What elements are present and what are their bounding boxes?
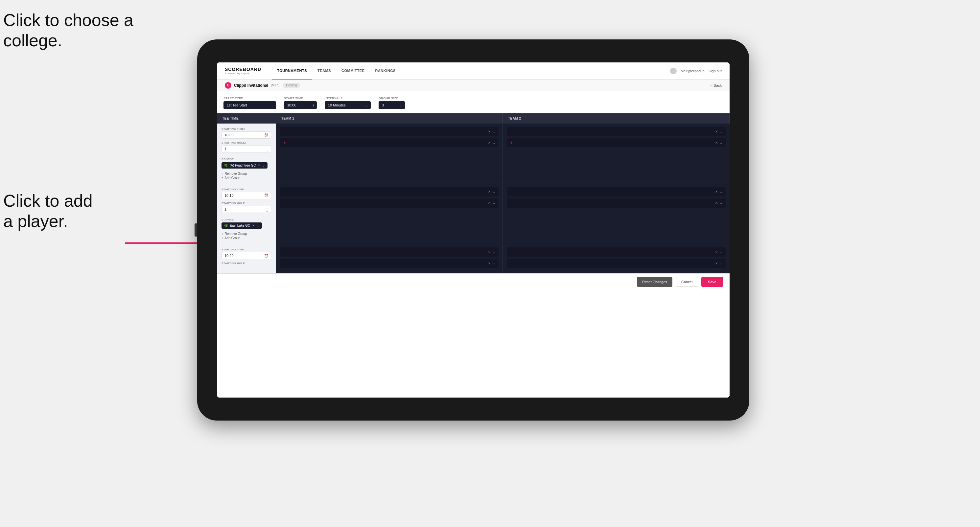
side-button[interactable]	[194, 224, 197, 237]
team2-player1-r3: ✕ ⌄	[507, 248, 725, 257]
team1-panel-r3: ✕ ⌄ ✕ ⌄	[276, 244, 503, 273]
starting-time-label-r3: STARTING TIME:	[221, 248, 271, 251]
back-button[interactable]: < Back	[711, 83, 722, 87]
start-time-input[interactable]	[284, 101, 317, 109]
clock-icon-r1: ⏰	[264, 133, 268, 137]
t2-p2-x-r2[interactable]: ✕	[715, 201, 718, 205]
add-player-plus-icon-r1t1: +	[283, 140, 286, 145]
starting-time-label-r1: STARTING TIME:	[221, 127, 271, 130]
course-badge-r2: 🌿 East Lake GC ✕ ⌄	[221, 222, 262, 229]
team1-player1-r3: ✕ ⌄	[280, 248, 498, 257]
starting-time-value-r1: 10:00	[224, 133, 264, 137]
add-group-btn-r2[interactable]: + Add Group	[221, 236, 271, 240]
starting-time-value-r3: 10:20	[224, 254, 264, 257]
starting-time-input-r3[interactable]: 10:20 ⏰	[221, 252, 271, 259]
tournament-logo-icon: C	[225, 82, 231, 89]
hole-select-wrapper-r1: 1 10	[221, 145, 271, 155]
t2-p1-chevron-r3[interactable]: ⌄	[720, 250, 722, 254]
col-tee-time: Tee Time	[217, 113, 276, 124]
add-player-area-r1t2[interactable]: + ✕ ⌄	[507, 138, 725, 147]
start-type-select[interactable]: 1st Tee Start Shotgun Start	[223, 101, 276, 109]
left-panel-row2: STARTING TIME: 10:10 ⏰ STARTING HOLE: 1 …	[217, 184, 276, 244]
hole-select-wrapper-r2: 1 10	[221, 206, 271, 216]
t2-p1-x-r2[interactable]: ✕	[715, 190, 718, 194]
save-button[interactable]: Save	[701, 277, 723, 287]
player2-x-btn-r1t1[interactable]: ✕	[488, 141, 491, 144]
remove-course-btn-r1[interactable]: ✕	[258, 163, 260, 167]
remove-group-btn-r2[interactable]: ○ Remove Group	[221, 232, 271, 236]
t2-p1-x-r3[interactable]: ✕	[715, 250, 718, 254]
add-group-btn-r1[interactable]: + Add Group	[221, 176, 271, 180]
annotation-choose-college: Click to choose a college.	[3, 10, 134, 51]
intervals-select[interactable]: 10 Minutes 8 Minutes 12 Minutes	[325, 101, 371, 109]
player2-chevron-btn-r1t1[interactable]: ⌄	[493, 141, 495, 144]
clock-icon-r2: ⏰	[264, 194, 268, 197]
course-icon-r1: 🌿	[224, 163, 228, 167]
t1-p1-chevron-r3[interactable]: ⌄	[493, 250, 495, 254]
t1-p1-chevron-r2[interactable]: ⌄	[493, 190, 495, 194]
hole-select-r2[interactable]: 1 10	[221, 206, 271, 213]
starting-time-input-r2[interactable]: 10:10 ⏰	[221, 192, 271, 199]
nav-tab-teams[interactable]: TEAMS	[312, 62, 336, 79]
course-icon-r2: 🌿	[224, 224, 228, 227]
t2-p1-chevron-r2[interactable]: ⌄	[720, 190, 722, 194]
group-size-select[interactable]: 3 2 4	[379, 101, 405, 109]
sign-out-link[interactable]: Sign out	[708, 69, 722, 73]
intervals-select-wrapper: 10 Minutes 8 Minutes 12 Minutes	[325, 101, 371, 109]
left-panel-row3: STARTING TIME: 10:20 ⏰ STARTING HOLE:	[217, 244, 276, 273]
schedule-content: STARTING TIME: 10:00 ⏰ STARTING HOLE: 1 …	[217, 124, 730, 273]
start-time-input-wrapper: ℹ	[284, 101, 317, 109]
cancel-button[interactable]: Cancel	[676, 277, 698, 287]
t1-p1-x-r3[interactable]: ✕	[488, 250, 491, 254]
t2-player-chevron-btn-r1[interactable]: ⌄	[720, 130, 722, 133]
nav-tab-tournaments[interactable]: TOURNAMENTS	[272, 62, 312, 79]
course-label-r2: COURSE:	[221, 218, 271, 221]
t2-player-x-btn-r1[interactable]: ✕	[715, 130, 718, 133]
app-header: SCOREBOARD Powered by clippd TOURNAMENTS…	[217, 62, 730, 79]
team2-player1-r2: ✕ ⌄	[507, 187, 725, 197]
player-chevron-btn-r1t1[interactable]: ⌄	[493, 130, 495, 133]
left-panel-row1: STARTING TIME: 10:00 ⏰ STARTING HOLE: 1 …	[217, 124, 276, 184]
logo-sub: Powered by clippd	[225, 72, 261, 75]
tournament-name: Clippd Invitational	[234, 83, 268, 88]
team2-player-row1-r1: ✕ ⌄	[507, 127, 725, 136]
starting-time-value-r2: 10:10	[224, 194, 264, 197]
bottom-bar: Reset Changes Cancel Save	[217, 273, 730, 290]
nav-tab-rankings[interactable]: RANKINGS	[370, 62, 401, 79]
header-right: blair@clippd.io Sign out	[670, 68, 722, 74]
t2-player2-chevron-btn-r1[interactable]: ⌄	[720, 141, 722, 144]
add-player-area-r1t1[interactable]: + ✕ ⌄	[280, 138, 498, 147]
team1-player2-r2: ✕ ⌄	[280, 198, 498, 208]
t2-p2-chevron-r3[interactable]: ⌄	[720, 262, 722, 265]
team2-player2-r3: ✕ ⌄	[507, 259, 725, 268]
t2-p2-chevron-r2[interactable]: ⌄	[720, 201, 722, 205]
starting-time-input-r1[interactable]: 10:00 ⏰	[221, 132, 271, 139]
remove-course-btn-r2[interactable]: ✕	[252, 224, 255, 227]
nav-tabs: TOURNAMENTS TEAMS COMMITTEE RANKINGS	[272, 62, 670, 79]
start-time-group: Start Time ℹ	[284, 97, 317, 109]
table-row: STARTING TIME: 10:10 ⏰ STARTING HOLE: 1 …	[217, 184, 730, 244]
col-team2: Team 2	[503, 113, 730, 124]
remove-group-btn-r1[interactable]: ○ Remove Group	[221, 172, 271, 175]
table-header: Tee Time Team 1 Team 2	[217, 113, 730, 124]
t1-p2-chevron-r2[interactable]: ⌄	[493, 201, 495, 205]
group-size-select-wrapper: 3 2 4	[379, 101, 405, 109]
annotation-add-player: Click to add a player.	[3, 190, 93, 232]
t2-player2-x-btn-r1[interactable]: ✕	[715, 141, 718, 144]
t1-p2-x-r2[interactable]: ✕	[488, 201, 491, 205]
hole-select-r1[interactable]: 1 10	[221, 145, 271, 152]
course-name-r1: (A) Peachtree GC	[230, 163, 256, 167]
t1-p2-x-r3[interactable]: ✕	[488, 262, 491, 265]
tournament-gender: (Men)	[271, 83, 279, 87]
reset-changes-button[interactable]: Reset Changes	[637, 277, 672, 287]
player-x-btn-r1t1[interactable]: ✕	[488, 130, 491, 133]
t1-p2-chevron-r3[interactable]: ⌄	[493, 262, 495, 265]
nav-tab-committee[interactable]: COMMITTEE	[336, 62, 370, 79]
course-chevron-r1[interactable]: ⌄	[262, 163, 265, 167]
course-chevron-r2[interactable]: ⌄	[257, 224, 259, 227]
start-type-group: Start Type 1st Tee Start Shotgun Start	[223, 97, 276, 109]
t2-p2-x-r3[interactable]: ✕	[715, 262, 718, 265]
action-links-r2: ○ Remove Group + Add Group	[221, 232, 271, 240]
intervals-label: Intervals	[325, 97, 371, 100]
t1-p1-x-r2[interactable]: ✕	[488, 190, 491, 194]
